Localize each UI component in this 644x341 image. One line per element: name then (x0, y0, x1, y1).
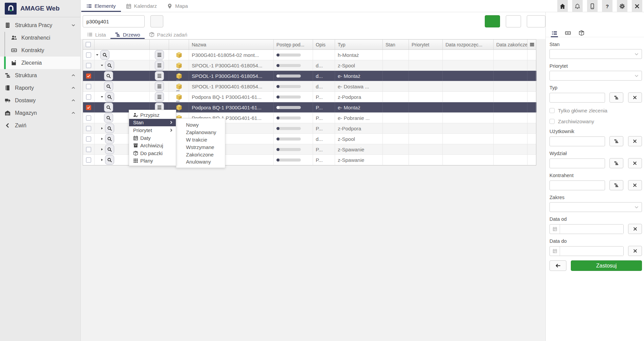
filter-clear-button-kontrahent[interactable] (628, 180, 642, 190)
table-row[interactable]: SPOOL-1 P300G401-618054...d...z-Spool (83, 60, 536, 71)
apply-button[interactable]: Zastosuj (571, 260, 642, 271)
filter-clear-button-wydział[interactable] (628, 158, 642, 168)
row-menu-button[interactable] (155, 61, 164, 70)
row-zoom-button[interactable] (104, 103, 113, 112)
date-field-data-od[interactable] (560, 225, 623, 234)
filter-input-kontrahent[interactable] (549, 180, 605, 190)
settings-button[interactable] (617, 0, 627, 12)
context-menu-item-przypisz[interactable]: Przypisz (129, 111, 176, 119)
context-menu-item-plany[interactable]: Plany (129, 157, 176, 165)
row-zoom-button[interactable] (105, 92, 114, 102)
row-checkbox[interactable] (86, 52, 91, 58)
close-button[interactable] (632, 0, 642, 12)
view-tab-drzewo[interactable]: Drzewo (110, 30, 145, 39)
view-tab-lista[interactable]: Lista (83, 30, 110, 39)
search-button[interactable] (150, 15, 163, 27)
row-menu-button[interactable] (155, 71, 164, 81)
add-button[interactable] (485, 15, 500, 27)
filter-pick-button-typ[interactable] (609, 92, 623, 103)
context-menu-item-priorytet[interactable]: Priorytet (129, 126, 176, 134)
filter-input-wydział[interactable] (549, 158, 605, 168)
filter-clear-button-data-do[interactable] (628, 246, 642, 256)
filter-pick-button-użytkownik[interactable] (609, 136, 623, 146)
refresh-button[interactable] (506, 15, 521, 27)
submenu-item-anulowany[interactable]: Anulowany (176, 158, 225, 166)
filter-select-stan[interactable] (549, 49, 642, 59)
table-row[interactable]: Podpora BQ-1 P300G401-61...P...z-Podpora (83, 92, 536, 102)
mobile-button[interactable] (587, 0, 598, 12)
filter-clear-button-typ[interactable] (628, 92, 642, 103)
context-menu-item-do-paczki[interactable]: Do paczki (129, 149, 176, 157)
sidebar-section-magazyn[interactable]: Magazyn (0, 107, 80, 119)
filter-pick-button-wydział[interactable] (609, 158, 623, 168)
filter-checkbox-tylko-główne-zlecenia[interactable]: Tylko główne zlecenia (549, 108, 642, 113)
row-zoom-button[interactable] (105, 124, 114, 133)
row-menu-button[interactable] (155, 50, 164, 60)
tab-kalendarz[interactable]: Kalendarz (121, 0, 162, 12)
row-menu-button[interactable] (155, 82, 164, 91)
filter-clear-button-data-od[interactable] (628, 224, 642, 234)
date-field-data-do[interactable] (560, 247, 623, 256)
filter-select-priorytet[interactable] (549, 71, 642, 81)
filter-input-użytkownik[interactable] (549, 136, 605, 146)
submenu-item-w-trakcie[interactable]: W trakcie (176, 136, 225, 144)
row-checkbox[interactable] (86, 73, 91, 79)
actions-menu-button[interactable] (527, 15, 545, 27)
row-checkbox[interactable] (86, 136, 91, 142)
sidebar-section-struktura[interactable]: Struktura (0, 69, 80, 82)
table-row[interactable]: P300G401-618054-02 mont...h-Montaż (83, 50, 536, 60)
search-input[interactable] (83, 15, 145, 27)
filter-panel-tab-2[interactable] (578, 29, 585, 37)
filter-checkbox-zarchiwizowany[interactable]: Zarchiwizowany (549, 119, 642, 124)
sidebar-item-zlecenia[interactable]: Zlecenia (0, 57, 80, 69)
filter-panel-tab-1[interactable] (565, 29, 571, 37)
checkbox-box[interactable] (549, 108, 555, 113)
row-menu-button[interactable] (155, 92, 164, 102)
help-button[interactable]: ? (602, 0, 612, 12)
row-zoom-button[interactable] (104, 82, 113, 91)
sidebar-collapse-button[interactable]: Zwiń (0, 119, 80, 132)
table-row[interactable]: SPOOL-1 P300G401-618054...d...e- Dostawa… (83, 81, 536, 92)
filter-pick-button-kontrahent[interactable] (609, 180, 623, 190)
submenu-item-zakończone[interactable]: Zakończone (176, 151, 225, 158)
row-checkbox[interactable] (86, 105, 91, 110)
checkbox-box[interactable] (549, 119, 555, 124)
submenu-item-zaplanowany[interactable]: Zaplanowany (176, 129, 225, 136)
submenu-item-nowy[interactable]: Nowy (176, 121, 225, 129)
row-zoom-button[interactable] (104, 113, 113, 123)
filter-panel-tab-0[interactable] (551, 29, 558, 37)
filter-select-zakres[interactable] (549, 202, 642, 212)
select-all-checkbox[interactable] (86, 42, 91, 47)
row-checkbox[interactable] (86, 63, 91, 68)
sidebar-item-kontrakty[interactable]: Kontrakty (0, 44, 80, 57)
row-zoom-button[interactable] (105, 134, 114, 144)
row-checkbox[interactable] (86, 157, 91, 163)
row-checkbox[interactable] (86, 115, 91, 121)
row-checkbox[interactable] (86, 84, 91, 89)
context-menu-item-archiwizuj[interactable]: Archiwizuj (129, 142, 176, 149)
context-menu-item-stan[interactable]: Stan (129, 119, 176, 127)
sidebar-section-dostawy[interactable]: Dostawy (0, 94, 80, 107)
row-zoom-button[interactable] (100, 50, 109, 60)
sidebar-group-struktura-pracy[interactable]: Struktura Pracy (0, 19, 80, 31)
back-button[interactable] (549, 260, 566, 271)
row-zoom-button[interactable] (105, 145, 114, 154)
row-checkbox[interactable] (86, 147, 91, 152)
row-checkbox[interactable] (86, 94, 91, 100)
row-zoom-button[interactable] (104, 71, 113, 81)
table-row[interactable]: SPOOL-1 P300G401-618054...d...e- Montaż (83, 71, 536, 81)
notifications-button[interactable] (572, 0, 583, 12)
tab-mapa[interactable]: Mapa (162, 0, 193, 12)
context-menu-item-daty[interactable]: Daty (129, 134, 176, 142)
home-button[interactable] (557, 0, 568, 12)
view-tab-paczki-zadań[interactable]: Paczki zadań (145, 30, 192, 39)
row-zoom-button[interactable] (105, 61, 114, 70)
filter-clear-button-użytkownik[interactable] (628, 136, 642, 146)
row-zoom-button[interactable] (105, 155, 114, 165)
sidebar-section-raporty[interactable]: Raporty (0, 82, 80, 94)
sidebar-item-kontrahenci[interactable]: Kontrahenci (0, 31, 80, 44)
row-checkbox[interactable] (86, 126, 91, 131)
submenu-item-wstrzymane[interactable]: Wstrzymane (176, 143, 225, 151)
tab-elementy[interactable]: Elementy (81, 0, 121, 12)
filter-input-typ[interactable] (549, 93, 605, 103)
